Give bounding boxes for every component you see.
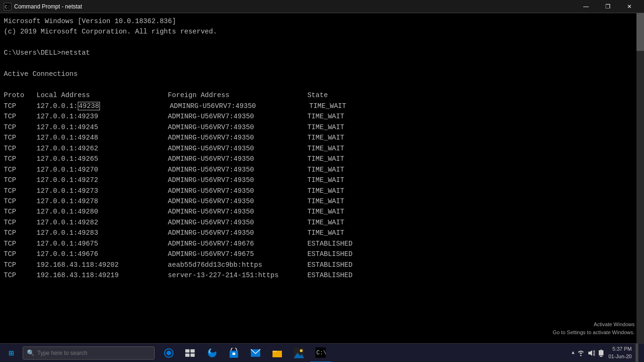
table-header: Proto Local Address Foreign Address Stat… bbox=[4, 91, 328, 99]
highlighted-port: 49238 bbox=[78, 102, 100, 110]
network-icon bbox=[577, 349, 585, 357]
svg-text:C:: C: bbox=[5, 5, 10, 10]
taskbar-explorer-icon[interactable] bbox=[267, 344, 288, 362]
table-row: TCP 127.0.0.1:49676 ADMINRG-U56VRV7:4967… bbox=[4, 250, 353, 258]
scrollbar-thumb[interactable] bbox=[636, 13, 644, 51]
maximize-button[interactable]: ❐ bbox=[597, 0, 619, 13]
taskbar-photos-icon[interactable] bbox=[289, 344, 309, 362]
search-icon: 🔍 bbox=[27, 349, 34, 357]
svg-marker-18 bbox=[588, 350, 592, 356]
svg-rect-7 bbox=[190, 354, 195, 357]
taskbar-clock[interactable]: 5:37 PM 01-Jun-20 bbox=[608, 346, 632, 360]
table-row: TCP 192.168.43.118:49219 server-13-227-2… bbox=[4, 272, 353, 279]
taskbar-cmd-icon[interactable]: C:\ bbox=[310, 344, 331, 362]
cmd-icon: C: bbox=[4, 3, 11, 10]
window-controls: — ❐ ✕ bbox=[575, 0, 640, 13]
system-tray-icons: ▲ bbox=[571, 349, 604, 357]
svg-rect-5 bbox=[190, 349, 195, 353]
taskbar-right-area: ▲ 5:37 PM 01-Jun-20 bbox=[571, 344, 644, 362]
table-row: TCP 127.0.0.1:49278 ADMINRG-U56VRV7:4935… bbox=[4, 197, 344, 205]
taskbar-search-box[interactable]: 🔍 bbox=[23, 346, 155, 360]
svg-rect-6 bbox=[185, 354, 190, 357]
svg-point-14 bbox=[300, 349, 303, 352]
title-bar-left: C: Command Prompt - netstat bbox=[4, 3, 82, 10]
activate-subtitle: Go to Settings to activate Windows. bbox=[553, 329, 635, 337]
table-row: TCP 127.0.0.1:49282 ADMINRG-U56VRV7:4935… bbox=[4, 219, 344, 226]
table-row: TCP 127.0.0.1:49272 ADMINRG-U56VRV7:4935… bbox=[4, 176, 344, 184]
table-row: TCP 127.0.0.1:49248 ADMINRG-U56VRV7:4935… bbox=[4, 134, 344, 141]
table-row: TCP 127.0.0.1:49280 ADMINRG-U56VRV7:4935… bbox=[4, 208, 344, 215]
table-row: TCP 127.0.0.1:49245 ADMINRG-U56VRV7:4935… bbox=[4, 123, 344, 131]
activate-title: Activate Windows bbox=[553, 321, 635, 329]
table-row: TCP 192.168.43.118:49202 aeab55d76dd13c9… bbox=[4, 261, 353, 269]
table-row: TCP 127.0.0.1:49238 ADMINRG-U56VRV7:4935… bbox=[4, 102, 346, 110]
table-row: TCP 127.0.0.1:49265 ADMINRG-U56VRV7:4935… bbox=[4, 155, 344, 163]
table-row: TCP 127.0.0.1:49239 ADMINRG-U56VRV7:4935… bbox=[4, 113, 344, 120]
svg-point-3 bbox=[166, 351, 171, 355]
taskbar: ⊞ 🔍 bbox=[0, 343, 644, 362]
prompt-line: C:\Users\DELL>netstat bbox=[4, 49, 90, 57]
taskbar-taskview-icon[interactable] bbox=[180, 344, 201, 362]
show-desktop-button[interactable] bbox=[636, 344, 638, 362]
taskbar-cortana-icon[interactable] bbox=[158, 344, 179, 362]
copyright-line: (c) 2019 Microsoft Corporation. All righ… bbox=[4, 28, 217, 35]
svg-point-17 bbox=[580, 354, 582, 356]
svg-text:C:\: C:\ bbox=[316, 350, 326, 356]
svg-rect-4 bbox=[185, 349, 190, 353]
table-row: TCP 127.0.0.1:49675 ADMINRG-U56VRV7:4967… bbox=[4, 240, 353, 247]
console-output: Microsoft Windows [Version 10.0.18362.83… bbox=[0, 13, 644, 284]
table-row: TCP 127.0.0.1:49270 ADMINRG-U56VRV7:4935… bbox=[4, 166, 344, 173]
volume-icon bbox=[587, 349, 595, 357]
taskbar-edge-icon[interactable] bbox=[202, 344, 223, 362]
taskbar-mail-icon[interactable] bbox=[245, 344, 266, 362]
table-row: TCP 127.0.0.1:49283 ADMINRG-U56VRV7:4935… bbox=[4, 229, 344, 237]
window-title: Command Prompt - netstat bbox=[14, 3, 82, 10]
clock-date: 01-Jun-20 bbox=[608, 353, 632, 360]
active-connections-label: Active Connections bbox=[4, 70, 78, 78]
taskbar-store-icon[interactable] bbox=[223, 344, 244, 362]
taskbar-apps: C:\ bbox=[158, 344, 571, 362]
svg-rect-9 bbox=[232, 353, 235, 355]
notification-icon[interactable] bbox=[598, 349, 604, 357]
search-input[interactable] bbox=[37, 350, 150, 356]
table-row: TCP 127.0.0.1:49273 ADMINRG-U56VRV7:4935… bbox=[4, 187, 344, 195]
scrollbar[interactable] bbox=[636, 13, 644, 343]
clock-time: 5:37 PM bbox=[608, 346, 632, 353]
table-row: TCP 127.0.0.1:49262 ADMINRG-U56VRV7:4935… bbox=[4, 145, 344, 152]
windows-activate-watermark: Activate Windows Go to Settings to activ… bbox=[553, 321, 635, 336]
title-bar: C: Command Prompt - netstat — ❐ ✕ bbox=[0, 0, 644, 13]
minimize-button[interactable]: — bbox=[575, 0, 597, 13]
start-button[interactable]: ⊞ bbox=[0, 344, 23, 362]
version-line: Microsoft Windows [Version 10.0.18362.83… bbox=[4, 17, 176, 25]
svg-rect-19 bbox=[600, 356, 603, 357]
close-button[interactable]: ✕ bbox=[619, 0, 640, 13]
windows-logo-icon: ⊞ bbox=[9, 348, 14, 358]
tray-expand-icon[interactable]: ▲ bbox=[571, 350, 574, 355]
